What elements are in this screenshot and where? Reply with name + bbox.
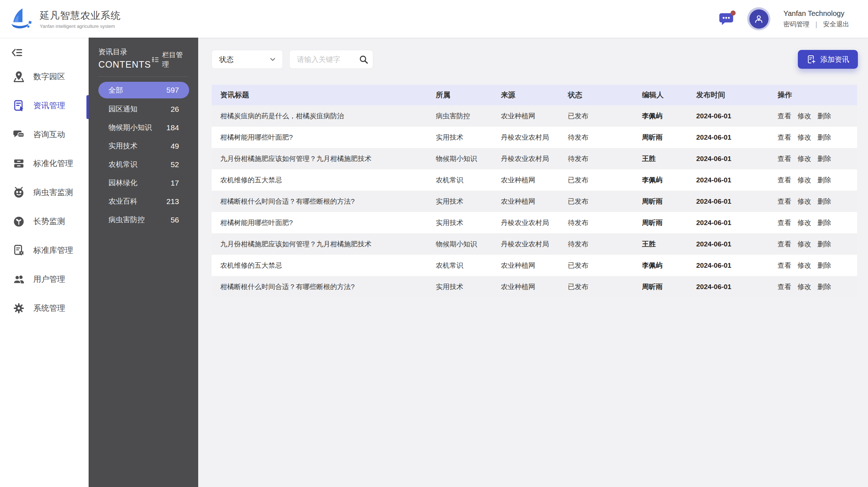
category-label: 物候期小知识 [109,123,152,132]
table-row: 农机维修的五大禁忌 农机常识 农业种植网 已发布 李佩屿 2024-06-01 … [212,169,857,191]
col-date: 发布时间 [696,85,778,105]
view-link[interactable]: 查看 [778,111,791,121]
search-icon [358,54,369,64]
category-item[interactable]: 农机常识 52 [98,155,189,174]
delete-link[interactable]: 删除 [817,133,831,142]
view-link[interactable]: 查看 [778,282,791,292]
news-title-cell: 柑橘断根什么时间合适？有哪些断根的方法? [212,191,436,212]
category-item[interactable]: 物候期小知识 184 [98,118,189,137]
status-cell: 已发布 [568,105,642,127]
sidebar-item-label: 标准化管理 [33,158,73,169]
account-links: 密码管理 ｜ 安全退出 [783,20,849,29]
category-item[interactable]: 园林绿化 17 [98,174,189,192]
category-item[interactable]: 农业百科 213 [98,192,189,211]
edit-link[interactable]: 修改 [797,218,811,228]
user-avatar[interactable] [747,7,770,30]
news-title-cell: 柑橘断根什么时间合适？有哪些断根的方法? [212,276,436,297]
news-title-cell: 九月份柑橘施肥应该如何管理？九月柑橘施肥技术 [212,233,436,255]
news-title-cell: 农机维修的五大禁忌 [212,255,436,276]
delete-link[interactable]: 删除 [817,282,831,292]
column-manage-button[interactable]: 栏目管理 [151,50,190,70]
category-item[interactable]: 病虫害防控 56 [98,211,189,229]
delete-link[interactable]: 删除 [817,154,831,164]
news-icon [12,99,25,112]
view-link[interactable]: 查看 [778,133,791,142]
category-item[interactable]: 园区通知 26 [98,100,189,118]
contents-divider [98,76,189,77]
delete-link[interactable]: 删除 [817,111,831,121]
view-link[interactable]: 查看 [778,154,791,164]
main-content: 状态 添加资讯 [198,38,868,487]
sidebar-item[interactable]: 资讯管理 [0,91,89,120]
sidebar-item[interactable]: 系统管理 [0,294,89,323]
category-count: 26 [171,105,179,114]
editor-cell: 周昕雨 [642,276,696,297]
edit-link[interactable]: 修改 [797,261,811,270]
logout-link[interactable]: 安全退出 [823,20,849,29]
date-cell: 2024-06-01 [696,169,778,191]
status-cell: 已发布 [568,255,642,276]
edit-link[interactable]: 修改 [797,282,811,292]
edit-link[interactable]: 修改 [797,175,811,185]
delete-link[interactable]: 删除 [817,261,831,270]
table-body: 柑橘炭疽病的药是什么，柑橘炭疽病防治 病虫害防控 农业种植网 已发布 李佩屿 2… [212,105,857,297]
add-news-button[interactable]: 添加资讯 [798,50,858,69]
category-cell: 实用技术 [436,191,501,212]
view-link[interactable]: 查看 [778,197,791,206]
category-item[interactable]: 实用技术 49 [98,137,189,155]
status-filter-select[interactable]: 状态 [212,50,283,69]
delete-link[interactable]: 删除 [817,218,831,228]
password-manage-link[interactable]: 密码管理 [783,20,809,29]
sidebar-item[interactable]: 咨询互动 [0,120,89,149]
column-manage-label: 栏目管理 [162,50,189,69]
archive-icon [12,157,25,170]
table-row: 农机维修的五大禁忌 农机常识 农业种植网 已发布 李佩屿 2024-06-01 … [212,255,857,276]
col-source: 来源 [501,85,568,105]
delete-link[interactable]: 删除 [817,197,831,206]
add-news-label: 添加资讯 [820,55,849,64]
edit-link[interactable]: 修改 [797,154,811,164]
category-label: 农业百科 [109,196,137,206]
status-cell: 待发布 [568,212,642,233]
active-menu-indicator [86,95,89,119]
edit-link[interactable]: 修改 [797,197,811,206]
users-icon [12,273,25,286]
table-row: 柑橘断根什么时间合适？有哪些断根的方法? 实用技术 农业种植网 已发布 周昕雨 … [212,276,857,297]
edit-link[interactable]: 修改 [797,111,811,121]
row-actions: 查看 修改 删除 [778,111,857,121]
message-button[interactable] [718,12,734,26]
sailboat-logo-icon [9,7,33,31]
delete-link[interactable]: 删除 [817,175,831,185]
sidebar-item[interactable]: 标准库管理 [0,236,89,265]
chat-icon [12,128,25,141]
view-link[interactable]: 查看 [778,261,791,270]
col-status: 状态 [568,85,642,105]
editor-cell: 周昕雨 [642,212,696,233]
sidebar-item[interactable]: 数字园区 [0,62,89,91]
delete-link[interactable]: 删除 [817,240,831,249]
table-row: 柑橘树能用哪些叶面肥? 实用技术 丹棱农业农村局 待发布 周昕雨 2024-06… [212,127,857,148]
brand: 延凡智慧农业系统 Yanfan intelligent agriculture … [9,7,121,31]
sidebar-item[interactable]: 标准化管理 [0,149,89,178]
edit-link[interactable]: 修改 [797,240,811,249]
category-cell: 实用技术 [436,276,501,297]
category-count: 56 [171,216,179,224]
view-link[interactable]: 查看 [778,218,791,228]
status-cell: 已发布 [568,276,642,297]
col-editor: 编辑人 [642,85,696,105]
user-avatar-icon [753,13,764,24]
header-right: Yanfan Technology 密码管理 ｜ 安全退出 [718,7,849,30]
sidebar-item[interactable]: 长势监测 [0,207,89,236]
view-link[interactable]: 查看 [778,240,791,249]
editor-cell: 李佩屿 [642,105,696,127]
sidebar-collapse-button[interactable] [11,47,23,59]
row-actions: 查看 修改 删除 [778,154,857,164]
sidebar-item[interactable]: 用户管理 [0,265,89,294]
search-button[interactable] [358,54,369,64]
app-title: 延凡智慧农业系统 [40,9,121,22]
category-item[interactable]: 全部 597 [98,82,189,98]
view-link[interactable]: 查看 [778,175,791,185]
edit-link[interactable]: 修改 [797,133,811,142]
sidebar-item[interactable]: 病虫害监测 [0,178,89,207]
account-block: Yanfan Technology 密码管理 ｜ 安全退出 [783,9,849,29]
